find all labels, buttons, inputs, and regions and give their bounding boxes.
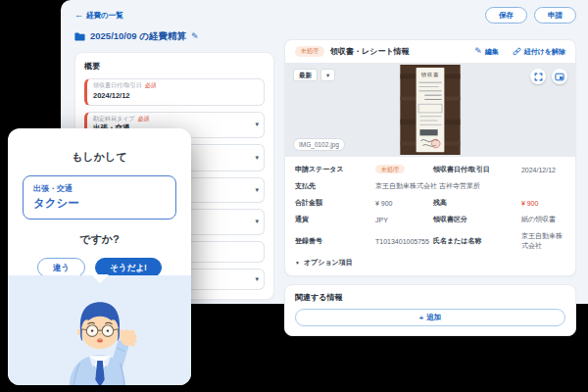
edit-receipt-link[interactable]: ✎ 編集 — [474, 47, 499, 57]
back-to-expense-list-link[interactable]: ← 経費の一覧 — [74, 11, 123, 21]
suggestion-category: 出張・交通 — [33, 183, 166, 194]
detail-value: 2024/12/12 — [521, 167, 565, 173]
version-chip[interactable]: 最新 — [293, 69, 318, 81]
unlink-icon — [513, 47, 521, 56]
required-mark: 必須 — [137, 116, 149, 122]
detail-label: 領収書日付/取引日 — [433, 165, 517, 174]
detail-label: 登録番号 — [295, 236, 371, 246]
options-section-toggle[interactable]: ▼ オプション項目 — [295, 258, 565, 268]
receipt-header: 未処理 領収書・レシート情報 ✎ 編集 紐付けを解除 — [285, 40, 575, 63]
popout-button[interactable] — [552, 69, 567, 84]
right-column: 未処理 領収書・レシート情報 ✎ 編集 紐付けを解除 — [284, 39, 576, 336]
back-link-label: 経費の一覧 — [86, 11, 123, 21]
fullscreen-button[interactable] — [530, 69, 546, 84]
topbar-actions: 保存 申請 — [485, 7, 576, 24]
suggestion-dialog: もしかして 出張・交通 タクシー ですか? 違う そうだよ! — [8, 128, 191, 385]
detail-value: 京王自動車株式会社 吉祥寺営業所 — [375, 181, 565, 191]
submit-button[interactable]: 申請 — [534, 7, 576, 24]
detail-label: 氏名または名称 — [433, 236, 517, 246]
options-toggle-label: オプション項目 — [304, 258, 353, 268]
suggestion-box[interactable]: 出張・交通 タクシー — [23, 175, 176, 220]
dialog-prompt: もしかして — [8, 150, 191, 165]
edit-link-label: 編集 — [485, 47, 499, 57]
receipt-viewer: 最新 ▾ — [285, 63, 575, 157]
summary-heading: 概要 — [84, 61, 265, 72]
pencil-icon: ✎ — [474, 47, 482, 56]
folder-icon — [74, 32, 85, 41]
topbar: ← 経費の一覧 保存 申請 — [61, 0, 588, 24]
detail-value: JPY — [375, 217, 429, 223]
detail-value: 京王自動車株式会社 — [521, 231, 565, 251]
detail-label: 領収書区分 — [433, 215, 517, 224]
receipt-doc-title: 領収書 — [420, 72, 440, 77]
chevron-down-icon: ▾ — [255, 154, 259, 162]
chevron-down-icon: ▾ — [255, 121, 259, 128]
assistant-character-illustration — [41, 277, 159, 385]
detail-label: 支払先 — [295, 181, 371, 191]
receipt-panel-title: 領収書・レシート情報 — [330, 46, 468, 57]
status-badge: 未処理 — [295, 46, 324, 56]
field-label: 領収書日付/取引日 — [93, 82, 142, 88]
balance-value: ¥ 900 — [521, 200, 565, 207]
back-arrow-icon: ← — [74, 11, 83, 20]
field-value: 2024/12/12 — [93, 91, 250, 101]
chevron-down-icon: ▾ — [255, 186, 259, 194]
field-label: 勘定科目タイプ — [93, 116, 134, 122]
dialog-question: ですか? — [8, 232, 191, 247]
related-heading: 関連する情報 — [295, 292, 565, 303]
receipt-info-panel: 未処理 領収書・レシート情報 ✎ 編集 紐付けを解除 — [284, 39, 576, 276]
receipt-photo[interactable]: 領収書 — [400, 65, 461, 155]
detail-value: 紙の領収書 — [521, 215, 565, 224]
edit-title-icon[interactable]: ✎ — [191, 32, 199, 41]
required-mark: 必須 — [145, 82, 157, 88]
chevron-down-icon: ▾ — [255, 218, 259, 225]
field-receipt-date[interactable]: 領収書日付/取引日必須 2024/12/12 — [84, 78, 265, 106]
expand-icon — [534, 73, 543, 81]
status-badge: 未処理 — [375, 165, 405, 173]
plus-icon: + — [419, 314, 423, 322]
detail-value: ¥ 900 — [375, 200, 429, 207]
filename-chip[interactable]: IMG_0102.jpg — [293, 138, 345, 151]
caret-down-icon: ▼ — [295, 260, 300, 266]
dialog-illustration-area — [8, 275, 191, 385]
related-info-panel: 関連する情報 + 追加 — [284, 284, 576, 336]
unlink-receipt-link[interactable]: 紐付けを解除 — [513, 47, 565, 57]
picture-in-picture-icon — [555, 73, 564, 81]
version-dropdown-chip[interactable]: ▾ — [320, 69, 335, 81]
detail-label: 合計金額 — [295, 198, 371, 208]
page-title: 2025/10/09 の経費精算 — [90, 30, 186, 43]
save-button[interactable]: 保存 — [485, 7, 527, 24]
detail-label: 残高 — [433, 198, 517, 208]
chevron-down-icon: ▾ — [255, 275, 259, 283]
add-related-button[interactable]: + 追加 — [295, 309, 565, 326]
add-button-label: 追加 — [426, 313, 441, 322]
detail-label: 通貨 — [295, 215, 371, 224]
detail-value: T1013401005755 — [375, 238, 429, 245]
detail-label: 申請ステータス — [295, 165, 371, 174]
unlink-link-label: 紐付けを解除 — [524, 47, 565, 57]
suggestion-item: タクシー — [33, 196, 166, 211]
receipt-details-grid: 申請ステータス 未処理 領収書日付/取引日 2024/12/12 支払先 京王自… — [285, 157, 575, 275]
